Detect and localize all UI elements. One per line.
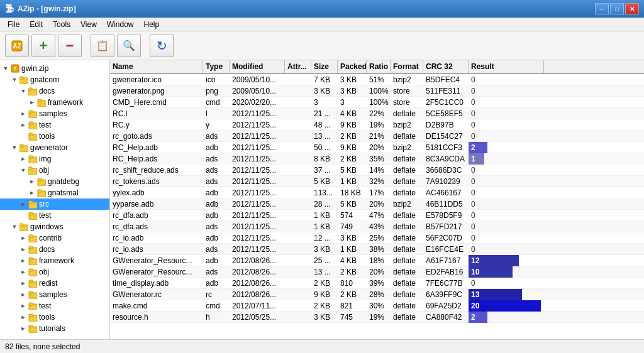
menu-item-window[interactable]: Window <box>102 19 139 30</box>
expander-icon: ► <box>19 324 28 333</box>
tree-item-docs2[interactable]: ►docs <box>0 244 109 255</box>
tree-item-gwenerator[interactable]: ▼gwenerator <box>0 142 109 153</box>
menu-item-file[interactable]: File <box>3 19 25 30</box>
col-header-type[interactable]: Type <box>203 60 230 73</box>
file-cell: 2012/11/25... <box>230 200 285 209</box>
col-header-modified[interactable]: Modified <box>230 60 285 73</box>
tree-label: test <box>39 211 51 220</box>
tree-item-test3[interactable]: ►test <box>0 300 109 312</box>
tree-item-redist[interactable]: ►redist <box>0 278 109 289</box>
svg-rect-7 <box>28 88 32 90</box>
expander-icon: ► <box>19 301 28 310</box>
result-cell: 0 <box>469 200 544 209</box>
table-row[interactable]: rc_shift_reduce.adsads2012/11/25...37 ..… <box>110 165 644 176</box>
table-row[interactable]: gwenerator.icoico2009/05/10...7 KB3 KB51… <box>110 74 644 85</box>
maximize-button[interactable]: □ <box>610 3 624 14</box>
menu-bar: FileEditToolsViewWindowHelp <box>0 18 644 31</box>
tree-item-test[interactable]: ►test <box>0 119 109 131</box>
tree-item-src[interactable]: ►src <box>0 198 109 210</box>
table-row[interactable]: RC_Help.adbadb2012/11/25...50 ...9 KB20%… <box>110 142 644 153</box>
tree-item-gwindows[interactable]: ▼gwindows <box>0 221 109 232</box>
menu-item-view[interactable]: View <box>75 19 102 30</box>
table-row[interactable]: time_display.adbadb2012/08/26...2 KB8103… <box>110 278 644 289</box>
result-zero: 0 <box>469 245 478 254</box>
file-cell: 2 KB <box>311 279 338 288</box>
tree-item-test2[interactable]: test <box>0 210 109 221</box>
tree-item-obj2[interactable]: ►obj <box>0 266 109 278</box>
file-cell: 2012/08/26... <box>230 268 285 276</box>
remove-button[interactable]: − <box>58 35 82 57</box>
tree-item-samples[interactable]: ►samples <box>0 108 109 119</box>
tree-item-gwin-zip[interactable]: ▼Zgwin.zip <box>0 63 109 74</box>
tree-item-gnatsmal[interactable]: ►gnatsmal <box>0 187 109 198</box>
file-cell: 69FA25D2 <box>423 301 469 310</box>
close-button[interactable]: ✕ <box>625 3 639 14</box>
tree-item-framework2[interactable]: ►framework <box>0 255 109 266</box>
tree-item-samples2[interactable]: ►samples <box>0 289 109 300</box>
col-header-packed[interactable]: Packed <box>338 60 367 73</box>
table-row[interactable]: RC_Help.adsads2012/11/25...8 KB2 KB35%de… <box>110 153 644 165</box>
table-row[interactable]: yyparse.adbadb2012/11/25...28 ...5 KB20%… <box>110 198 644 210</box>
table-row[interactable]: RC.yy2012/11/25...48 ...9 KB19%bzip2D2B9… <box>110 119 644 131</box>
menu-item-tools[interactable]: Tools <box>48 19 75 30</box>
table-row[interactable]: rc_io.adsads2012/11/25...3 KB1 KB38%defl… <box>110 244 644 255</box>
col-header-size[interactable]: Size <box>311 60 338 73</box>
tree-panel[interactable]: ▼Zgwin.zip▼gnatcom▼docs►framework►sample… <box>0 60 110 339</box>
table-row[interactable]: rc_io.adbadb2012/11/25...12 ...3 KB25%de… <box>110 232 644 244</box>
table-row[interactable]: RC.ll2012/11/25...21 ...4 KB22%deflate5C… <box>110 108 644 119</box>
table-row[interactable]: resource.hh2012/05/25...3 KB74519%deflat… <box>110 312 644 323</box>
menu-item-edit[interactable]: Edit <box>25 19 48 30</box>
folder-icon <box>28 121 38 129</box>
file-cell: 17% <box>367 188 391 197</box>
table-row[interactable]: rc_dfa.adsads2012/11/25...1 KB74943%defl… <box>110 221 644 232</box>
logo-button[interactable]: AZ <box>5 35 29 57</box>
tree-item-tutorials[interactable]: ►tutorials <box>0 323 109 334</box>
tree-item-framework[interactable]: ►framework <box>0 97 109 108</box>
table-row[interactable]: rc_goto.adsads2012/11/25...13 ...2 KB21%… <box>110 131 644 142</box>
file-cell: ads <box>203 177 230 186</box>
tree-item-gnatdebg[interactable]: ►gnatdebg <box>0 176 109 187</box>
table-row[interactable]: make.cmdcmd2012/07/11...2 KB82130%deflat… <box>110 300 644 312</box>
minimize-button[interactable]: ─ <box>595 3 609 14</box>
svg-rect-45 <box>29 303 33 305</box>
result-zero: 0 <box>469 279 478 288</box>
tree-item-contrib[interactable]: ►contrib <box>0 232 109 244</box>
table-row[interactable]: GWenerator.rcrc2012/08/26...9 KB2 KB28%d… <box>110 289 644 300</box>
folder-icon <box>28 200 38 209</box>
svg-rect-37 <box>29 258 33 260</box>
col-header-name[interactable]: Name <box>110 60 203 73</box>
tree-item-gnatcom[interactable]: ▼gnatcom <box>0 74 109 85</box>
expander-icon: ► <box>28 188 36 197</box>
tree-item-obj[interactable]: ▼obj <box>0 165 109 176</box>
tree-item-img[interactable]: ►img <box>0 153 109 165</box>
table-row[interactable]: GWenerator_Resourc...adb2012/08/26...25 … <box>110 255 644 266</box>
file-table-body[interactable]: gwenerator.icoico2009/05/10...7 KB3 KB51… <box>110 74 644 339</box>
add-button[interactable]: + <box>31 35 55 57</box>
col-header-format[interactable]: Format <box>391 60 423 73</box>
tree-item-tools[interactable]: tools <box>0 131 109 142</box>
table-row[interactable]: yylex.adbadb2012/11/25...113...18 KB17%d… <box>110 187 644 198</box>
refresh-button[interactable]: ↻ <box>150 35 174 57</box>
svg-rect-5 <box>19 77 23 79</box>
table-row[interactable]: rc_tokens.adsads2012/11/25...5 KB1 KB32%… <box>110 176 644 187</box>
find-button[interactable]: 🔍 <box>117 35 141 57</box>
col-header-ratio[interactable]: Ratio <box>367 60 391 73</box>
tree-item-docs[interactable]: ▼docs <box>0 85 109 97</box>
result-cell: 13 <box>469 289 544 300</box>
menu-item-help[interactable]: Help <box>139 19 165 30</box>
col-header-attr[interactable]: Attr... <box>285 60 311 73</box>
file-cell: 3 <box>338 98 367 107</box>
table-row[interactable]: rc_dfa.adbadb2012/11/25...1 KB57447%defl… <box>110 210 644 221</box>
file-cell: 7FE6C77B <box>423 279 469 288</box>
tree-label: gwindows <box>30 222 64 231</box>
col-header-result[interactable]: Result <box>469 60 544 73</box>
properties-button[interactable]: 📋 <box>91 35 114 57</box>
file-cell: rc <box>203 290 230 299</box>
table-row[interactable]: GWenerator_Resourc...ads2012/08/26...13 … <box>110 266 644 278</box>
table-row[interactable]: gwenerator.pngpng2009/05/10...3 KB3 KB10… <box>110 85 644 97</box>
file-cell: store <box>391 87 423 95</box>
table-row[interactable]: CMD_Here.cmdcmd2020/02/20...33100%store2… <box>110 97 644 108</box>
col-header-crc32[interactable]: CRC 32 <box>423 60 469 73</box>
file-cell: 28 ... <box>311 200 338 209</box>
tree-item-tools2[interactable]: ►tools <box>0 312 109 323</box>
